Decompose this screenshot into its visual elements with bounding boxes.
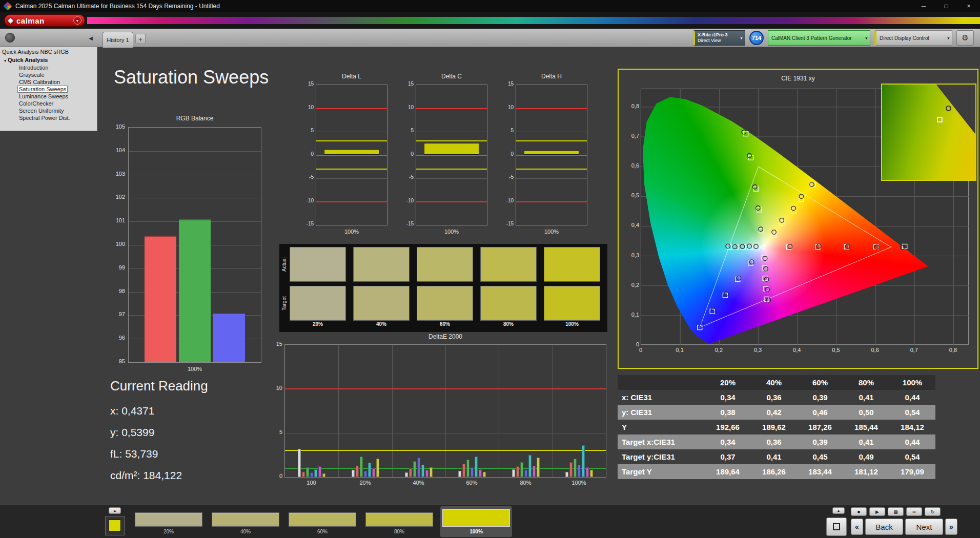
tabbar: ◀ History 1 + X-Rite i1Pro 3 Direct View… bbox=[0, 29, 980, 47]
cie-zoom-inset bbox=[881, 84, 976, 181]
delta-l-chart bbox=[316, 85, 387, 225]
current-reading-x: x: 0,4371 bbox=[110, 405, 154, 417]
cie-x-tick: 0 bbox=[632, 347, 649, 353]
sidebar-item-colorchecker[interactable]: ColorChecker bbox=[17, 100, 55, 107]
app-header: calman ▼ bbox=[0, 12, 980, 29]
pattern-level-swatch bbox=[289, 512, 356, 527]
deltae-bar bbox=[466, 460, 469, 477]
target-swatch-40% bbox=[353, 286, 410, 321]
table-cell: 189,64 bbox=[705, 464, 751, 479]
pattern-level-swatch bbox=[442, 509, 510, 527]
sidebar-items: IntroductionGrayscaleCMS CalibrationSatu… bbox=[0, 64, 97, 121]
inset-target-marker bbox=[937, 117, 943, 122]
vline bbox=[445, 345, 446, 477]
pattern-level-label: 60% bbox=[287, 529, 358, 534]
cie-x-tick: 0,5 bbox=[828, 347, 844, 353]
magenta-target-marker bbox=[762, 265, 767, 270]
sidebar-root-quick-analysis[interactable]: ▾Quick Analysis bbox=[0, 56, 97, 64]
panel-options-button[interactable] bbox=[5, 33, 15, 43]
ylab: 10 bbox=[265, 385, 282, 391]
table-cell: 181,12 bbox=[843, 464, 889, 479]
deltae-bar bbox=[512, 469, 515, 477]
settings-gear-button[interactable]: ⚙ bbox=[956, 30, 974, 46]
maximize-button[interactable]: □ bbox=[935, 0, 957, 12]
back-button[interactable]: Back bbox=[865, 519, 903, 535]
current-reading-y: y: 0,5399 bbox=[110, 426, 154, 439]
deltae-bar bbox=[306, 467, 309, 477]
tab-history-1[interactable]: History 1 bbox=[103, 32, 133, 48]
limit-line-yellow bbox=[516, 140, 587, 141]
sidebar-item-introduction[interactable]: Introduction bbox=[17, 64, 50, 71]
pattern-level-label: 100% bbox=[440, 529, 512, 534]
ylab: -15 bbox=[396, 221, 414, 226]
meter-dropdown[interactable]: X-Rite i1Pro 3 Direct View ▼ bbox=[693, 30, 745, 46]
next-arrow-button[interactable]: » bbox=[945, 519, 957, 535]
add-tab-button[interactable]: + bbox=[135, 34, 146, 44]
pattern-generator-dropdown[interactable]: CalMAN Client 3 Pattern Generator ▼ bbox=[768, 30, 870, 46]
ylab: -5 bbox=[396, 174, 414, 180]
bar-green bbox=[179, 219, 211, 362]
delta-h-chart bbox=[516, 85, 587, 225]
deltae-bar bbox=[578, 465, 581, 477]
sidebar-item-screen-uniformity[interactable]: Screen Uniformity bbox=[17, 107, 65, 114]
pattern-level-button-60%[interactable]: 60% bbox=[287, 506, 358, 537]
sidebar-item-saturation-sweeps[interactable]: Saturation Sweeps bbox=[17, 86, 68, 93]
continuous-read-button[interactable]: ∞ bbox=[906, 507, 922, 516]
cie-y-tick: 0,6 bbox=[621, 162, 639, 169]
page-title: Saturation Sweeps bbox=[114, 67, 269, 88]
pattern-level-button-20%[interactable]: 20% bbox=[133, 506, 205, 537]
minimize-button[interactable]: ─ bbox=[912, 0, 935, 12]
swatch-column-label: 20% bbox=[290, 321, 346, 327]
deltae-bar bbox=[413, 461, 416, 477]
deltae-bar bbox=[421, 465, 424, 477]
sidebar-item-grayscale[interactable]: Grayscale bbox=[17, 71, 46, 78]
ylab: -10 bbox=[396, 198, 414, 203]
pattern-color-toggle-button[interactable] bbox=[105, 516, 125, 535]
chevron-down-icon[interactable]: ▼ bbox=[73, 16, 81, 25]
ylab: 15 bbox=[496, 81, 514, 87]
table-row-label: x: CIE31 bbox=[618, 390, 705, 405]
table-cell: 189,62 bbox=[751, 420, 797, 434]
pattern-level-button-40%[interactable]: 40% bbox=[210, 506, 281, 537]
pattern-level-button-80%[interactable]: 80% bbox=[363, 506, 435, 537]
play-button[interactable]: ▶ bbox=[869, 507, 885, 516]
pattern-level-button-100%[interactable]: 100% bbox=[440, 506, 512, 537]
close-button[interactable]: × bbox=[957, 0, 980, 12]
sidebar-item-luminance-sweeps[interactable]: Luminance Sweeps bbox=[17, 93, 70, 100]
table-cell: 0,46 bbox=[797, 405, 843, 420]
layout-view-button[interactable] bbox=[826, 518, 847, 536]
blue-target-marker bbox=[736, 277, 740, 281]
next-button[interactable]: Next bbox=[905, 519, 943, 535]
back-arrow-button[interactable]: « bbox=[851, 519, 863, 535]
delta-h-x-label: 100% bbox=[516, 229, 587, 235]
table-cell: 192,66 bbox=[705, 420, 751, 434]
pattern-panel-expand-button[interactable]: ▲ bbox=[109, 507, 121, 514]
table-row-label: Target y:CIE31 bbox=[618, 449, 705, 464]
table-header-cell: 80% bbox=[843, 375, 889, 390]
ylab: 96 bbox=[104, 335, 125, 341]
chevron-down-icon: ▼ bbox=[865, 36, 868, 40]
display-control-dropdown[interactable]: Direct Display Control ▼ bbox=[874, 30, 952, 46]
save-button[interactable]: ▦ bbox=[888, 507, 904, 516]
display-control-label: Direct Display Control bbox=[880, 35, 929, 41]
stop-button[interactable]: ■ bbox=[851, 507, 867, 516]
deltae-bar bbox=[574, 459, 577, 477]
collapse-sidebar-button[interactable]: ◀ bbox=[86, 33, 95, 43]
calman-menu-button[interactable]: calman ▼ bbox=[4, 14, 85, 27]
sidebar-item-cms-calibration[interactable]: CMS Calibration bbox=[17, 78, 62, 86]
cie-y-tick: 0,3 bbox=[621, 252, 639, 258]
deltae-bar bbox=[368, 463, 371, 477]
refresh-button[interactable]: ↻ bbox=[925, 507, 941, 516]
deltae-bar bbox=[417, 458, 420, 477]
expander-icon: ▾ bbox=[4, 58, 6, 63]
controls-expand-button[interactable]: ▲ bbox=[832, 507, 845, 514]
ylab: -5 bbox=[296, 174, 314, 180]
table-header-cell: 40% bbox=[751, 375, 797, 390]
deltae-bar bbox=[425, 470, 428, 477]
cie-y-tick: 0,2 bbox=[621, 282, 639, 288]
sidebar-item-spectral-power-dist[interactable]: Spectral Power Dist. bbox=[17, 114, 72, 121]
deltae-bar bbox=[569, 462, 573, 477]
table-row-label: Target Y bbox=[618, 464, 705, 479]
meter-reading-badge: 714 bbox=[749, 31, 764, 45]
deltae-bar bbox=[298, 449, 301, 477]
